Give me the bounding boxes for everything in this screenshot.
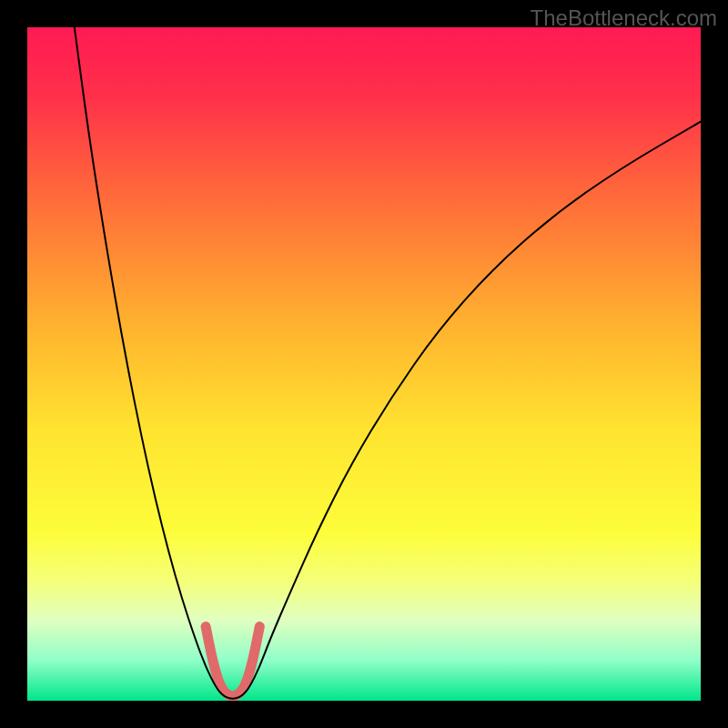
watermark-text: TheBottleneck.com [531,5,717,31]
chart-background [27,27,701,701]
chart-svg [27,27,701,701]
chart-plot-area [27,27,701,701]
